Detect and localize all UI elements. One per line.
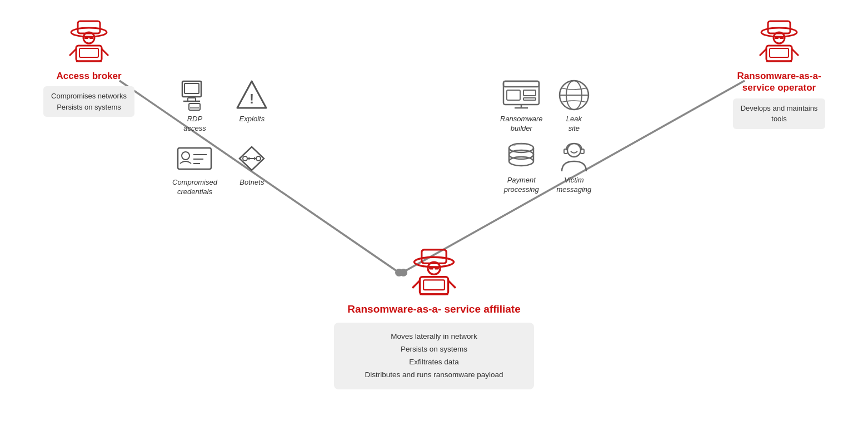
svg-rect-8: [89, 36, 93, 39]
raas-affiliate-desc: Moves laterally in network Persists on s…: [334, 323, 534, 389]
botnets-label: Botnets: [240, 178, 264, 187]
svg-point-51: [567, 144, 581, 157]
messaging-label: Victimmessaging: [556, 176, 591, 195]
access-broker-desc: Compromises networks Persists on systems: [43, 86, 134, 117]
rdp-label: RDPaccess: [183, 115, 206, 134]
svg-rect-53: [581, 149, 584, 154]
svg-rect-57: [775, 36, 779, 39]
raas-affiliate: Ransomware-as-a- service affiliate Moves…: [334, 245, 534, 389]
access-broker: Access broker Compromises networks Persi…: [33, 17, 144, 117]
access-broker-label: Access broker: [56, 70, 121, 82]
svg-rect-39: [523, 90, 536, 96]
svg-rect-40: [523, 98, 536, 100]
payment-icon: [501, 139, 541, 174]
svg-rect-68: [429, 266, 433, 270]
raas-affiliate-label: Ransomware-as-a- service affiliate: [347, 303, 521, 316]
svg-rect-69: [435, 266, 439, 270]
diagram: Access broker Compromises networks Persi…: [0, 0, 868, 435]
operator-tools-group: Ransomwarebuilder Leaksite: [500, 78, 595, 195]
svg-rect-52: [564, 149, 567, 154]
svg-rect-61: [770, 48, 789, 57]
credentials-label: Compromisedcredentials: [172, 178, 217, 197]
payment-label: Paymentprocessing: [504, 176, 539, 195]
tool-exploits: ! Exploits: [230, 78, 275, 134]
svg-line-13: [69, 49, 76, 56]
messaging-icon: [554, 139, 594, 174]
ransomware-icon: [501, 78, 541, 112]
tool-ransomware: Ransomwarebuilder: [500, 78, 543, 134]
svg-rect-34: [503, 81, 539, 105]
rdp-icon: [178, 79, 211, 111]
svg-point-50: [509, 157, 533, 166]
svg-rect-19: [189, 103, 200, 110]
tool-leak-site: Leaksite: [553, 78, 596, 134]
svg-rect-58: [780, 36, 784, 39]
svg-rect-11: [79, 48, 98, 57]
svg-point-30: [256, 156, 261, 161]
svg-rect-35: [503, 81, 539, 87]
svg-rect-7: [84, 36, 88, 39]
access-tools-group: RDPaccess ! Exploits: [172, 78, 275, 197]
svg-point-29: [243, 156, 247, 161]
leak-site-icon: [554, 78, 594, 112]
raas-operator-icon: [754, 17, 804, 67]
leak-site-label: Leaksite: [566, 115, 582, 134]
exploits-label: Exploits: [240, 115, 265, 124]
raas-operator-desc: Develops and maintains tools: [733, 98, 826, 129]
tool-payment: Paymentprocessing: [500, 139, 543, 195]
svg-rect-16: [184, 83, 199, 93]
tool-botnets: Botnets: [230, 141, 275, 197]
tool-credentials: Compromisedcredentials: [172, 141, 217, 197]
access-broker-icon: [64, 17, 114, 67]
svg-line-75: [448, 280, 456, 288]
botnets-icon: [233, 142, 271, 175]
svg-rect-72: [423, 280, 445, 290]
credentials-icon: [176, 142, 213, 175]
raas-operator-label: Ransomware-as-a- service operator: [721, 70, 837, 94]
svg-text:!: !: [250, 91, 254, 106]
ransomware-label: Ransomwarebuilder: [500, 115, 543, 134]
tool-messaging: Victimmessaging: [553, 139, 596, 195]
tool-rdp: RDPaccess: [172, 78, 217, 134]
svg-marker-33: [247, 157, 250, 160]
svg-line-14: [102, 49, 108, 56]
exploits-icon: !: [235, 79, 268, 111]
svg-rect-38: [507, 90, 520, 100]
svg-line-63: [760, 49, 766, 56]
svg-marker-32: [254, 157, 256, 160]
svg-line-74: [412, 280, 420, 288]
svg-point-24: [182, 152, 189, 160]
svg-line-64: [792, 49, 799, 56]
raas-affiliate-icon: [406, 245, 462, 300]
raas-operator: Ransomware-as-a- service operator Develo…: [721, 17, 837, 129]
